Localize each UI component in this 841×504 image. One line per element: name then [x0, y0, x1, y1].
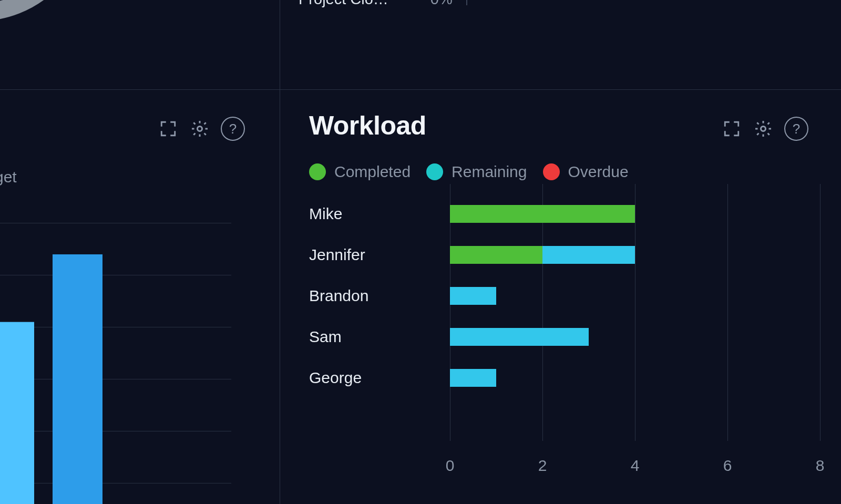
workload-person-name: Jennifer — [309, 246, 450, 264]
legend-label: Remaining — [452, 163, 527, 181]
workload-chart: MikeJenniferBrandonSamGeorge 02468 — [309, 193, 820, 483]
left-bar-chart — [0, 202, 231, 504]
mini-bar — [466, 0, 467, 5]
legend-dot-completed — [309, 163, 326, 180]
bar — [53, 254, 102, 504]
legend-item-completed[interactable]: Completed — [309, 163, 411, 181]
workload-person-name: Mike — [309, 205, 450, 223]
x-tick: 8 — [816, 457, 825, 475]
workload-bar-segment-remaining — [450, 287, 496, 305]
workload-bar-segment-completed — [450, 205, 635, 223]
x-tick: 2 — [538, 457, 547, 475]
workload-panel: Workload Completed Remaining Overdue Mik… — [280, 89, 841, 504]
x-tick: 4 — [631, 457, 640, 475]
legend-item-overdue[interactable]: Overdue — [543, 163, 629, 181]
legend-label: Completed — [334, 163, 411, 181]
workload-row: George — [309, 357, 820, 398]
workload-bar-track — [450, 246, 820, 264]
workload-x-axis: 02468 — [450, 457, 820, 483]
panel-title: Workload — [309, 110, 841, 141]
progress-arc-fragment — [0, 0, 89, 21]
workload-bar-segment-remaining — [542, 246, 635, 264]
workload-bar-track — [450, 328, 820, 346]
workload-person-name: George — [309, 369, 450, 387]
workload-bar-segment-remaining — [450, 328, 589, 346]
left-panel: get — [0, 89, 280, 504]
legend-label: Overdue — [568, 163, 629, 181]
workload-row: Mike — [309, 193, 820, 234]
workload-bar-segment-completed — [450, 246, 542, 264]
x-tick: 0 — [446, 457, 455, 475]
workload-bar-track — [450, 205, 820, 223]
workload-row: Sam — [309, 316, 820, 357]
legend-dot-remaining — [426, 163, 443, 180]
gridline — [820, 184, 821, 441]
project-row-fragment: Project Clo… 0% — [299, 0, 467, 8]
legend-item-remaining[interactable]: Remaining — [426, 163, 527, 181]
workload-bar-track — [450, 287, 820, 305]
project-name: Project Clo… — [299, 0, 388, 8]
left-axis-label-fragment: get — [0, 168, 17, 186]
workload-row: Jennifer — [309, 234, 820, 275]
x-tick: 6 — [723, 457, 732, 475]
bar — [0, 322, 34, 504]
workload-person-name: Sam — [309, 328, 450, 346]
project-percent: 0% — [430, 0, 453, 7]
workload-person-name: Brandon — [309, 287, 450, 305]
legend: Completed Remaining Overdue — [309, 163, 841, 181]
workload-row: Brandon — [309, 275, 820, 316]
workload-bar-track — [450, 369, 820, 387]
legend-dot-overdue — [543, 163, 560, 180]
workload-bar-segment-remaining — [450, 369, 496, 387]
